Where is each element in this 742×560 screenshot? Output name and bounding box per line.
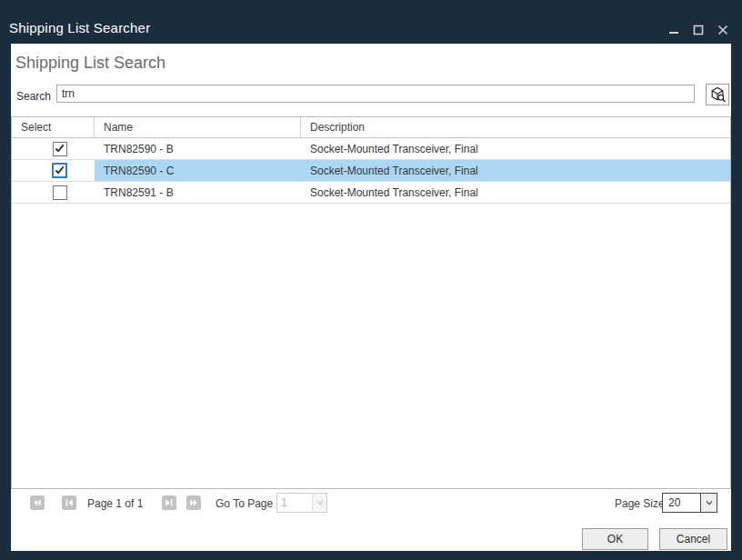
table-row[interactable]: TRN82590 - B Socket-Mounted Transceiver,… xyxy=(12,138,730,160)
table-row[interactable]: TRN82591 - B Socket-Mounted Transceiver,… xyxy=(12,182,730,204)
first-page-icon xyxy=(32,497,43,508)
last-page-button[interactable] xyxy=(186,495,201,510)
minimize-icon xyxy=(668,25,679,35)
page-size-select[interactable]: 20 xyxy=(662,493,717,513)
first-page-button[interactable] xyxy=(30,495,45,510)
shipping-list-searcher-window: Shipping List Searcher Shipping List Sea… xyxy=(0,0,742,560)
go-to-page-label: Go To Page xyxy=(216,497,273,510)
checkmark-icon xyxy=(55,165,65,175)
row-checkbox[interactable] xyxy=(53,142,67,156)
chevron-down-icon xyxy=(316,498,325,507)
row-checkbox[interactable] xyxy=(52,163,67,178)
maximize-icon xyxy=(693,25,704,35)
titlebar[interactable]: Shipping List Searcher xyxy=(0,0,742,44)
column-header-name[interactable]: Name xyxy=(95,117,301,137)
checkmark-icon xyxy=(55,144,65,154)
results-table: Select Name Description TRN82590 - B Soc… xyxy=(11,116,731,489)
select-cell xyxy=(12,182,95,203)
description-cell: Socket-Mounted Transceiver, Final xyxy=(301,160,730,181)
previous-page-button[interactable] xyxy=(62,495,76,510)
column-header-description[interactable]: Description xyxy=(301,117,730,137)
previous-page-icon xyxy=(64,497,75,508)
go-to-page-input[interactable] xyxy=(277,494,312,512)
minimize-button[interactable] xyxy=(667,24,680,36)
close-button[interactable] xyxy=(717,24,729,36)
ok-button[interactable]: OK xyxy=(582,528,648,550)
chevron-down-icon xyxy=(705,498,714,507)
page-size-dropdown-button[interactable] xyxy=(700,494,717,512)
page-status: Page 1 of 1 xyxy=(87,497,143,510)
search-label: Search xyxy=(16,90,51,103)
name-cell: TRN82590 - C xyxy=(95,160,301,181)
maximize-button[interactable] xyxy=(692,24,705,36)
description-cell: Socket-Mounted Transceiver, Final xyxy=(301,138,730,159)
cancel-button[interactable]: Cancel xyxy=(659,528,727,550)
go-to-page-dropdown-button[interactable] xyxy=(312,494,326,512)
page-title: Shipping List Search xyxy=(15,54,165,73)
window-controls xyxy=(667,24,729,36)
table-header-row: Select Name Description xyxy=(12,117,730,138)
table-row[interactable]: TRN82590 - C Socket-Mounted Transceiver,… xyxy=(12,160,730,182)
go-to-page-combo xyxy=(276,493,327,513)
name-cell: TRN82591 - B xyxy=(95,182,301,203)
page-size-value: 20 xyxy=(663,494,700,512)
window-title: Shipping List Searcher xyxy=(9,20,150,35)
search-input[interactable] xyxy=(56,85,695,103)
select-cell xyxy=(12,138,95,159)
description-cell: Socket-Mounted Transceiver, Final xyxy=(301,182,730,203)
next-page-button[interactable] xyxy=(162,495,176,510)
page-size-label: Page Size xyxy=(615,497,665,510)
last-page-icon xyxy=(188,497,199,508)
name-cell: TRN82590 - B xyxy=(95,138,301,159)
next-page-icon xyxy=(164,497,175,508)
cube-search-icon xyxy=(708,85,727,104)
select-cell xyxy=(12,160,95,181)
close-icon xyxy=(717,25,728,35)
search-button[interactable] xyxy=(706,84,729,105)
row-checkbox[interactable] xyxy=(53,185,67,200)
dialog-content: Shipping List Search Search Select Name … xyxy=(11,44,731,551)
column-header-select[interactable]: Select xyxy=(12,117,95,137)
